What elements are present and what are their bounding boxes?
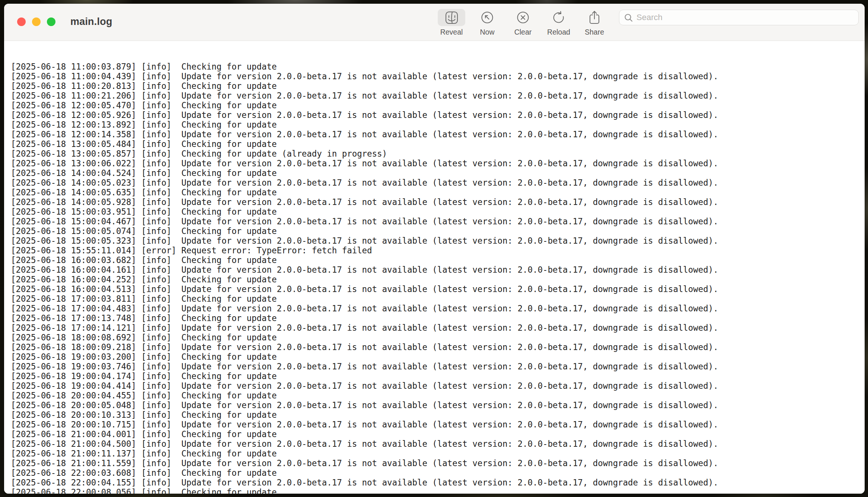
log-line: [2025-06-18 20:00:04.455] [info] Checkin… bbox=[11, 391, 865, 400]
log-line: [2025-06-18 12:00:05.926] [info] Update … bbox=[11, 110, 865, 120]
share-icon bbox=[581, 9, 608, 26]
log-line: [2025-06-18 19:00:03.746] [info] Update … bbox=[11, 362, 865, 371]
clear-label: Clear bbox=[514, 28, 532, 36]
log-line: [2025-06-18 15:00:03.951] [info] Checkin… bbox=[11, 207, 865, 217]
titlebar: main.log Reveal bbox=[4, 4, 865, 41]
log-line: [2025-06-18 15:00:05.074] [info] Checkin… bbox=[11, 226, 865, 236]
toolbar: Reveal Now bbox=[434, 9, 859, 36]
log-line: [2025-06-18 17:00:14.121] [info] Update … bbox=[11, 323, 865, 333]
reveal-button[interactable]: Reveal bbox=[434, 9, 469, 36]
log-line: [2025-06-18 13:00:06.022] [info] Update … bbox=[11, 158, 865, 168]
log-line: [2025-06-18 20:00:10.715] [info] Update … bbox=[11, 420, 865, 429]
now-label: Now bbox=[480, 28, 494, 36]
share-label: Share bbox=[585, 28, 604, 36]
log-line: [2025-06-18 17:00:03.811] [info] Checkin… bbox=[11, 294, 865, 304]
log-line: [2025-06-18 13:00:05.857] [info] Checkin… bbox=[11, 149, 865, 158]
log-line: [2025-06-18 17:00:13.748] [info] Checkin… bbox=[11, 313, 865, 323]
log-line: [2025-06-18 11:00:20.813] [info] Checkin… bbox=[11, 81, 865, 91]
log-line: [2025-06-18 16:00:04.252] [info] Checkin… bbox=[11, 275, 865, 284]
log-line: [2025-06-18 21:00:11.559] [info] Update … bbox=[11, 458, 865, 468]
log-line: [2025-06-18 22:00:08.056] [info] Checkin… bbox=[11, 487, 865, 494]
log-line: [2025-06-18 16:00:03.682] [info] Checkin… bbox=[11, 255, 865, 265]
minimize-button[interactable] bbox=[32, 17, 41, 26]
log-line: [2025-06-18 11:00:04.439] [info] Update … bbox=[11, 71, 865, 81]
search-input[interactable] bbox=[619, 10, 859, 25]
search-box bbox=[619, 10, 859, 25]
log-line: [2025-06-18 14:00:05.635] [info] Checkin… bbox=[11, 187, 865, 197]
log-line: [2025-06-18 19:00:03.200] [info] Checkin… bbox=[11, 352, 865, 362]
log-line: [2025-06-18 19:00:04.414] [info] Update … bbox=[11, 381, 865, 391]
x-circle-icon bbox=[509, 9, 537, 26]
log-line: [2025-06-18 21:00:11.137] [info] Checkin… bbox=[11, 449, 865, 458]
reveal-label: Reveal bbox=[440, 28, 463, 36]
log-line: [2025-06-18 13:00:05.484] [info] Checkin… bbox=[11, 139, 865, 149]
log-line: [2025-06-18 22:00:03.608] [info] Checkin… bbox=[11, 468, 865, 478]
traffic-lights bbox=[17, 17, 55, 26]
finder-icon bbox=[438, 9, 465, 26]
search-icon bbox=[624, 13, 634, 23]
log-line: [2025-06-18 14:00:05.023] [info] Update … bbox=[11, 178, 865, 187]
close-button[interactable] bbox=[17, 17, 26, 26]
zoom-button[interactable] bbox=[47, 17, 55, 26]
reload-button[interactable]: Reload bbox=[541, 9, 577, 36]
log-line: [2025-06-18 19:00:04.174] [info] Checkin… bbox=[11, 371, 865, 381]
log-line: [2025-06-18 16:00:04.513] [info] Update … bbox=[11, 284, 865, 294]
log-line: [2025-06-18 15:00:05.323] [info] Update … bbox=[11, 236, 865, 246]
log-line: [2025-06-18 20:00:10.313] [info] Checkin… bbox=[11, 410, 865, 420]
log-line: [2025-06-18 21:00:04.500] [info] Update … bbox=[11, 439, 865, 449]
log-line: [2025-06-18 12:00:13.892] [info] Checkin… bbox=[11, 120, 865, 129]
log-line: [2025-06-18 12:00:14.358] [info] Update … bbox=[11, 129, 865, 139]
log-line: [2025-06-18 14:00:05.928] [info] Update … bbox=[11, 197, 865, 207]
log-line: [2025-06-18 21:00:04.001] [info] Checkin… bbox=[11, 429, 865, 439]
log-line: [2025-06-18 18:00:08.692] [info] Checkin… bbox=[11, 333, 865, 342]
log-line: [2025-06-18 14:00:04.524] [info] Checkin… bbox=[11, 168, 865, 178]
window-title: main.log bbox=[70, 16, 112, 28]
arrow-clockwise-icon bbox=[545, 9, 572, 26]
clear-button[interactable]: Clear bbox=[505, 9, 541, 36]
log-line: [2025-06-18 15:55:11.014] [error] Reques… bbox=[11, 246, 865, 255]
log-line: [2025-06-18 22:00:04.155] [info] Update … bbox=[11, 478, 865, 487]
arrow-up-left-circle-icon bbox=[473, 9, 501, 26]
log-viewer-window: main.log Reveal bbox=[4, 4, 865, 494]
log-viewport[interactable]: [2025-06-18 11:00:03.879] [info] Checkin… bbox=[4, 41, 865, 494]
now-button[interactable]: Now bbox=[469, 9, 505, 36]
log-line: [2025-06-18 16:00:04.161] [info] Update … bbox=[11, 265, 865, 275]
log-line: [2025-06-18 18:00:09.218] [info] Update … bbox=[11, 342, 865, 352]
log-line: [2025-06-18 15:00:04.467] [info] Update … bbox=[11, 217, 865, 226]
log-line: [2025-06-18 11:00:21.206] [info] Update … bbox=[11, 91, 865, 100]
log-line: [2025-06-18 17:00:04.483] [info] Update … bbox=[11, 304, 865, 313]
log-line: [2025-06-18 20:00:05.048] [info] Update … bbox=[11, 400, 865, 410]
log-line: [2025-06-18 11:00:03.879] [info] Checkin… bbox=[11, 62, 865, 71]
share-button[interactable]: Share bbox=[577, 9, 612, 36]
log-line: [2025-06-18 12:00:05.470] [info] Checkin… bbox=[11, 100, 865, 110]
log-lines: [2025-06-18 11:00:03.879] [info] Checkin… bbox=[11, 62, 865, 494]
reload-label: Reload bbox=[547, 28, 570, 36]
